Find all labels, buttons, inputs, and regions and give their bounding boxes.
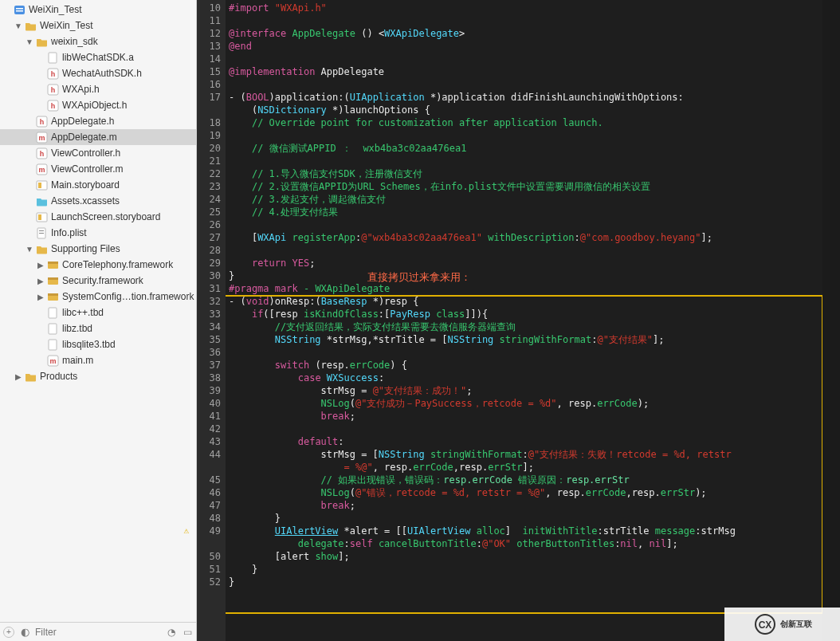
tree-row-main-storyboard[interactable]: Main.storyboard	[0, 177, 196, 193]
code-line[interactable]	[229, 423, 822, 435]
framework-icon	[46, 290, 59, 303]
disclosure-triangle[interactable]: ▶	[37, 261, 45, 269]
tree-row-libc---tbd[interactable]: libc++.tbd	[0, 305, 196, 320]
tree-row-weixin-sdk[interactable]: ▼weixin_sdk	[0, 33, 196, 49]
line-number: 22	[197, 167, 221, 180]
svg-rect-24	[39, 233, 44, 234]
tree-row-assets-xcassets[interactable]: Assets.xcassets	[0, 193, 196, 209]
tree-row-libsqlite3-tbd[interactable]: libsqlite3.tbd	[0, 336, 196, 352]
code-line[interactable]	[229, 14, 822, 27]
code-line[interactable]: }	[229, 576, 822, 588]
svg-text:CX: CX	[758, 619, 771, 631]
tree-item-label: WeiXin_Test	[29, 4, 81, 15]
code-line[interactable]: default:	[229, 435, 822, 448]
code-line[interactable]: case WXSuccess:	[229, 372, 822, 384]
line-number: 28	[197, 244, 221, 257]
code-line[interactable]: // 2.设置微信APPID为URL Schemes，在info.plist文件…	[229, 180, 822, 193]
line-number: 45	[197, 474, 221, 486]
tree-row-viewcontroller-h[interactable]: hViewController.h	[0, 145, 196, 161]
tree-row-appdelegate-h[interactable]: hAppDelegate.h	[0, 113, 196, 129]
code-line[interactable]: //支付返回结果，实际支付结果需要去微信服务器端查询	[229, 320, 822, 333]
code-line[interactable]: @interface AppDelegate () <WXApiDelegate…	[229, 27, 822, 40]
code-line[interactable]: if([resp isKindOfClass:[PayResp class]])…	[229, 308, 822, 320]
code-line[interactable]: [alert show];	[229, 550, 822, 563]
code-line[interactable]: switch (resp.errCode) {	[229, 359, 822, 372]
disclosure-triangle[interactable]: ▼	[14, 22, 22, 30]
code-line[interactable]: UIAlertView *alert = [[UIAlertView alloc…	[229, 525, 822, 537]
code-line[interactable]	[229, 244, 822, 257]
line-number: 38	[197, 372, 221, 384]
code-line[interactable]: }	[229, 512, 822, 525]
tree-row-coretelephony-framework[interactable]: ▶CoreTelephony.framework	[0, 257, 196, 273]
code-line[interactable]: NSString *strMsg,*strTitle = [NSString s…	[229, 333, 822, 346]
minimap[interactable]	[822, 0, 840, 641]
tree-row-viewcontroller-m[interactable]: mViewController.m	[0, 161, 196, 177]
tree-row-wxapiobject-h[interactable]: hWXApiObject.h	[0, 97, 196, 113]
code-line[interactable]	[229, 53, 822, 65]
tree-row-supporting-files[interactable]: ▼Supporting Files	[0, 241, 196, 257]
code-line[interactable]: #pragma mark - WXApiDelegate	[229, 282, 822, 295]
code-line[interactable]	[229, 218, 822, 231]
tree-row-wxapi-h[interactable]: hWXApi.h	[0, 81, 196, 97]
code-line[interactable]	[229, 155, 822, 167]
code-line[interactable]: // 3.发起支付，调起微信支付	[229, 193, 822, 206]
disclosure-triangle[interactable]: ▶	[14, 372, 22, 381]
code-line[interactable]: delegate:self cancelButtonTitle:@"OK" ot…	[229, 537, 822, 550]
code-line[interactable]: NSLog(@"支付成功－PaySuccess，retcode = %d", r…	[229, 397, 822, 410]
tree-row-libwechatsdk-a[interactable]: libWeChatSDK.a	[0, 49, 196, 65]
h-icon: h	[46, 99, 59, 112]
tree-row-info-plist[interactable]: Info.plist	[0, 225, 196, 241]
file-tree[interactable]: WeiXin_Test▼WeiXin_Test▼weixin_sdklibWeC…	[0, 0, 196, 622]
scm-icon[interactable]: ▭	[182, 627, 193, 638]
source-editor[interactable]: 1011121314151617181920212223242526272829…	[197, 0, 840, 641]
tree-row-appdelegate-m[interactable]: mAppDelegate.m	[0, 129, 196, 145]
disclosure-triangle[interactable]: ▼	[26, 37, 33, 46]
line-number: 47	[197, 499, 221, 512]
code-line[interactable]: // 1.导入微信支付SDK，注册微信支付	[229, 167, 822, 180]
disclosure-triangle[interactable]: ▼	[26, 245, 33, 254]
tree-row-products[interactable]: ▶Products	[0, 368, 196, 384]
disclosure-triangle[interactable]: ▶	[37, 293, 45, 301]
code-line[interactable]: [WXApi registerApp:@"wxb4ba3c02aa476ea1"…	[229, 231, 822, 244]
code-line[interactable]	[229, 78, 822, 91]
code-line[interactable]: #import "WXApi.h"	[229, 2, 822, 14]
code-line[interactable]: NSLog(@"错误，retcode = %d, retstr = %@", r…	[229, 486, 822, 499]
code-line[interactable]: @implementation AppDelegate	[229, 65, 822, 78]
tree-row-main-m[interactable]: mmain.m	[0, 352, 196, 368]
code-line[interactable]: }	[229, 563, 822, 576]
tree-row-wechatauthsdk-h[interactable]: hWechatAuthSDK.h	[0, 65, 196, 81]
h-icon: h	[46, 67, 59, 80]
filter-input[interactable]	[35, 627, 161, 638]
code-line[interactable]: return YES;	[229, 257, 822, 269]
code-line[interactable]: = %@", resp.errCode,resp.errStr];	[229, 461, 822, 474]
code-line[interactable]: }	[229, 269, 822, 282]
tree-row-libz-tbd[interactable]: libz.tbd	[0, 320, 196, 336]
tree-row-weixin-test[interactable]: WeiXin_Test	[0, 2, 196, 18]
recent-icon[interactable]: ◔	[166, 627, 177, 638]
code-line[interactable]: // Override point for customization afte…	[229, 116, 822, 129]
code-line[interactable]: break;	[229, 410, 822, 423]
code-line[interactable]: // 微信测试APPID ： wxb4ba3c02aa476ea1	[229, 142, 822, 155]
svg-text:h: h	[39, 118, 44, 126]
tree-row-systemconfig-tion-framework[interactable]: ▶SystemConfig…tion.framework	[0, 289, 196, 305]
tree-item-label: Assets.xcassets	[51, 195, 120, 206]
code-line[interactable]	[229, 346, 822, 359]
code-line[interactable]: strMsg = [NSString stringWithFormat:@"支付…	[229, 448, 822, 461]
add-icon[interactable]: +	[3, 627, 14, 638]
tree-row-weixin-test[interactable]: ▼WeiXin_Test	[0, 18, 196, 33]
tree-row-security-framework[interactable]: ▶Security.framework	[0, 273, 196, 289]
code-content[interactable]: #import "WXApi.h" @interface AppDelegate…	[226, 0, 822, 641]
disclosure-triangle[interactable]: ▶	[37, 277, 45, 285]
code-line[interactable]: (NSDictionary *)launchOptions {	[229, 104, 822, 116]
code-line[interactable]: - (BOOL)application:(UIApplication *)app…	[229, 91, 822, 104]
code-line[interactable]: // 4.处理支付结果	[229, 206, 822, 218]
filter-icon[interactable]: ◐	[19, 627, 30, 638]
code-line[interactable]: - (void)onResp:(BaseResp *)resp {	[229, 295, 822, 308]
code-line[interactable]: break;	[229, 499, 822, 512]
code-line[interactable]	[229, 129, 822, 142]
tree-row-launchscreen-storyboard[interactable]: LaunchScreen.storyboard	[0, 209, 196, 225]
code-line[interactable]: @end	[229, 40, 822, 53]
tree-item-label: libz.tbd	[62, 323, 92, 334]
code-line[interactable]: // 如果出现错误，错误码：resp.errCode 错误原因：resp.err…	[229, 474, 822, 486]
code-line[interactable]: strMsg = @"支付结果：成功！";	[229, 384, 822, 397]
